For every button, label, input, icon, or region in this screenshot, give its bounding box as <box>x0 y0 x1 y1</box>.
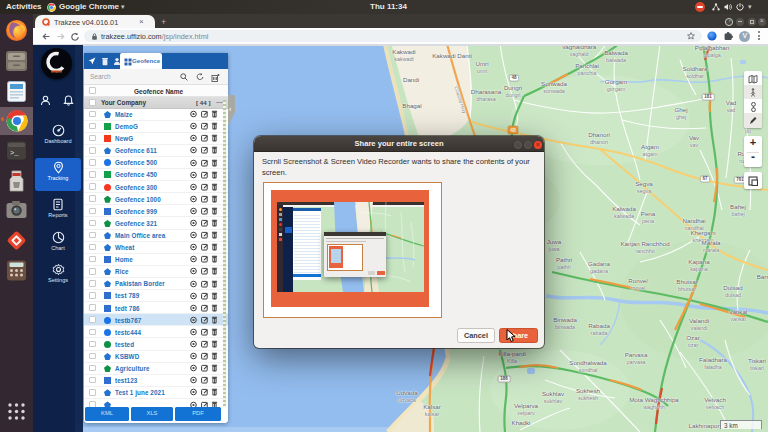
svg-text:48: 48 <box>510 127 516 133</box>
svg-text:>_: >_ <box>10 149 19 157</box>
